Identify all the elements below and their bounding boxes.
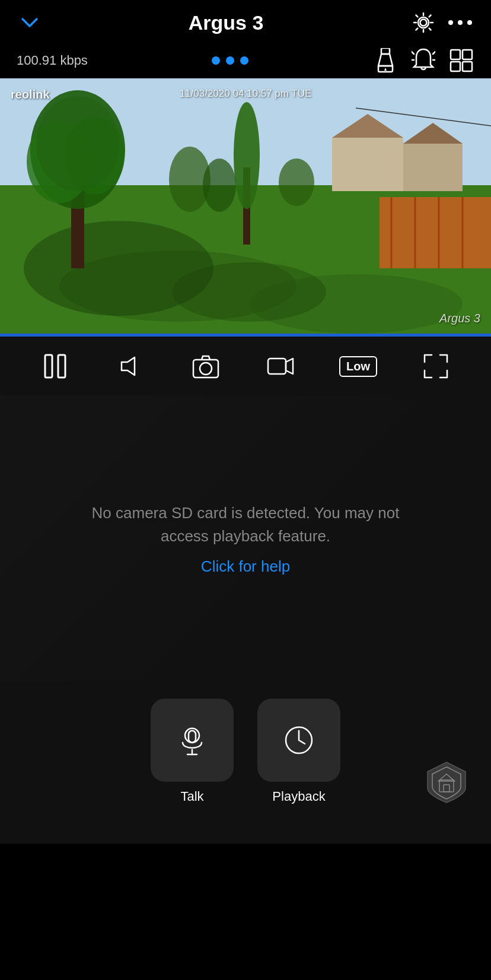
status-bar: 100.91 kbps	[0, 43, 491, 78]
svg-rect-8	[463, 50, 472, 59]
quality-badge[interactable]: Low	[339, 356, 377, 377]
svg-rect-45	[189, 731, 196, 743]
bell-button[interactable]	[410, 47, 436, 74]
playback-label: Playback	[272, 789, 325, 804]
svg-rect-38	[58, 355, 65, 378]
svg-marker-43	[286, 359, 293, 374]
record-button[interactable]	[264, 350, 297, 383]
top-header: Argus 3	[0, 0, 491, 43]
svg-point-24	[203, 158, 236, 212]
svg-point-36	[36, 96, 119, 191]
svg-rect-7	[451, 50, 460, 59]
back-button[interactable]	[18, 11, 42, 34]
talk-button[interactable]	[151, 699, 234, 782]
dot-3	[240, 56, 248, 65]
fullscreen-button[interactable]	[419, 350, 452, 383]
svg-rect-9	[451, 62, 460, 71]
camera-brand: reolink	[11, 88, 50, 102]
svg-point-0	[420, 20, 427, 26]
connection-dots	[212, 56, 248, 65]
svg-rect-42	[268, 359, 286, 374]
svg-rect-28	[403, 144, 463, 191]
playback-button-wrap: Playback	[257, 699, 340, 804]
svg-rect-5	[381, 48, 390, 54]
settings-button[interactable]	[410, 9, 436, 36]
home-badge-button[interactable]	[420, 754, 473, 808]
flashlight-button[interactable]	[372, 47, 398, 74]
more-button[interactable]	[447, 9, 473, 36]
svg-point-22	[234, 102, 260, 209]
svg-rect-10	[463, 62, 472, 71]
svg-point-16	[172, 262, 326, 322]
help-link[interactable]: Click for help	[92, 557, 400, 576]
mute-button[interactable]	[114, 350, 147, 383]
svg-point-2	[448, 20, 453, 25]
page-title: Argus 3	[42, 11, 410, 34]
main-content-area: No camera SD card is detected. You may n…	[0, 396, 491, 681]
camera-device-label: Argus 3	[439, 312, 480, 325]
camera-timestamp: 11/03/2020 04:10:57 pm TUE	[180, 88, 312, 100]
svg-point-41	[200, 363, 212, 375]
svg-point-4	[467, 20, 472, 25]
svg-rect-37	[45, 355, 52, 378]
bottom-action-buttons: Talk Playback	[151, 699, 340, 804]
dot-1	[212, 56, 220, 65]
video-controls: Low	[0, 337, 491, 396]
bottom-area: Talk Playback	[0, 681, 491, 843]
talk-label: Talk	[180, 789, 203, 804]
bitrate-display: 100.91 kbps	[17, 53, 88, 68]
snapshot-button[interactable]	[189, 350, 222, 383]
svg-rect-26	[332, 138, 403, 191]
svg-point-25	[279, 158, 314, 206]
dot-2	[226, 56, 234, 65]
svg-marker-39	[122, 357, 135, 375]
grid-button[interactable]	[448, 47, 474, 74]
pause-button[interactable]	[39, 350, 72, 383]
camera-feed[interactable]: reolink 11/03/2020 04:10:57 pm TUE Argus…	[0, 78, 491, 334]
sd-card-message: No camera SD card is detected. You may n…	[92, 502, 400, 548]
quick-actions	[372, 47, 474, 74]
svg-rect-31	[380, 197, 491, 268]
svg-point-3	[458, 20, 463, 25]
playback-button[interactable]	[257, 699, 340, 782]
talk-button-wrap: Talk	[151, 699, 234, 804]
